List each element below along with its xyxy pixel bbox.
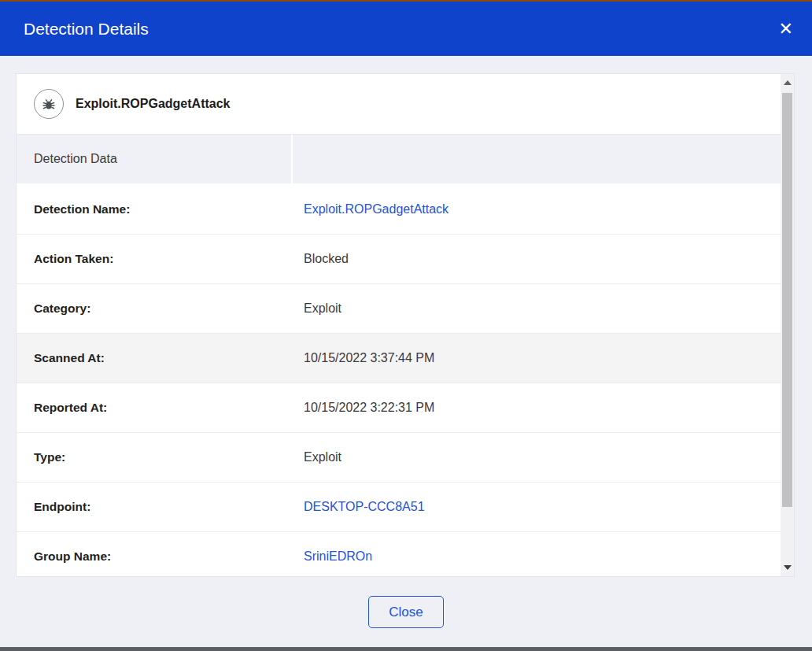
table-row: Scanned At:10/15/2022 3:37:44 PM	[17, 334, 781, 383]
card-content: Exploit.ROPGadgetAttack Detection Data D…	[17, 74, 781, 576]
table-row: Group Name:SriniEDROn	[17, 532, 781, 577]
row-label: Category:	[17, 301, 304, 316]
detection-data-table: Detection Name:Exploit.ROPGadgetAttackAc…	[17, 185, 781, 577]
row-value: 10/15/2022 3:37:44 PM	[304, 351, 434, 365]
detection-title: Exploit.ROPGadgetAttack	[76, 97, 230, 111]
bug-icon	[34, 89, 64, 119]
modal-footer: Close	[0, 596, 812, 628]
table-row: Category:Exploit	[17, 284, 781, 334]
section-header-row: Detection Data	[17, 135, 781, 183]
row-value-link[interactable]: SriniEDROn	[304, 549, 372, 564]
table-row: Type:Exploit	[17, 433, 781, 483]
row-label: Type:	[17, 450, 304, 464]
row-value: Exploit	[304, 450, 341, 464]
row-label: Reported At:	[17, 401, 304, 415]
modal-header: Detection Details ✕	[0, 2, 812, 56]
close-icon[interactable]: ✕	[779, 20, 793, 38]
detection-details-card: Exploit.ROPGadgetAttack Detection Data D…	[16, 73, 795, 577]
table-row: Endpoint:DESKTOP-CCC8A51	[17, 483, 781, 532]
close-button[interactable]: Close	[368, 596, 444, 628]
table-row: Detection Name:Exploit.ROPGadgetAttack	[17, 185, 781, 235]
table-row: Action Taken:Blocked	[17, 235, 781, 284]
row-label: Detection Name:	[17, 202, 304, 216]
row-label: Action Taken:	[17, 252, 304, 266]
scrollbar[interactable]	[781, 74, 794, 576]
row-value: Exploit	[304, 301, 341, 316]
scrollbar-down-arrow[interactable]	[781, 560, 794, 574]
row-label: Scanned At:	[17, 351, 304, 365]
section-header-label: Detection Data	[17, 135, 291, 183]
row-label: Endpoint:	[17, 500, 304, 514]
triangle-up-icon	[784, 80, 792, 85]
scrollbar-thumb[interactable]	[782, 93, 792, 507]
row-value-link[interactable]: DESKTOP-CCC8A51	[304, 500, 425, 514]
threat-header-row: Exploit.ROPGadgetAttack	[17, 74, 781, 135]
modal-title: Detection Details	[24, 20, 779, 39]
row-label: Group Name:	[17, 549, 304, 564]
row-value: Blocked	[304, 252, 349, 266]
triangle-down-icon	[784, 565, 792, 570]
scrollbar-up-arrow[interactable]	[781, 76, 794, 89]
row-value: 10/15/2022 3:22:31 PM	[304, 401, 434, 415]
table-row: Reported At:10/15/2022 3:22:31 PM	[17, 383, 781, 433]
row-value-link[interactable]: Exploit.ROPGadgetAttack	[304, 202, 448, 216]
section-header-spacer	[293, 135, 781, 183]
window-bottom-edge	[0, 647, 812, 651]
